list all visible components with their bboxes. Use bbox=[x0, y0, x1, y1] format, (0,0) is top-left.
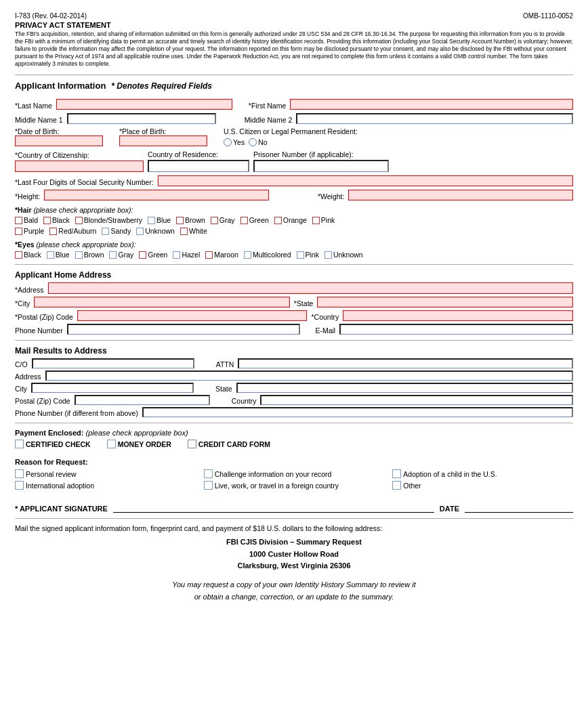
eyes-gray-checkbox[interactable] bbox=[109, 251, 117, 259]
money-order[interactable]: MONEY ORDER bbox=[107, 440, 171, 448]
eyes-hazel[interactable]: Hazel bbox=[173, 251, 200, 259]
eyes-multicolored-checkbox[interactable] bbox=[244, 251, 251, 259]
certified-check[interactable]: CERTIFIED CHECK bbox=[15, 440, 91, 448]
mail-city-input[interactable] bbox=[31, 383, 194, 393]
eyes-black[interactable]: Black bbox=[15, 251, 41, 259]
other-checkbox[interactable] bbox=[392, 481, 401, 490]
eyes-unknown-checkbox[interactable] bbox=[324, 251, 332, 259]
eyes-black-checkbox[interactable] bbox=[15, 251, 22, 259]
zip-input[interactable] bbox=[77, 310, 308, 321]
hair-black[interactable]: Black bbox=[43, 216, 70, 224]
ssn-input[interactable] bbox=[158, 175, 573, 186]
hair-green-checkbox[interactable] bbox=[240, 217, 248, 224]
email-input[interactable] bbox=[339, 324, 573, 335]
personal-review-checkbox[interactable] bbox=[15, 469, 24, 478]
mail-address-input[interactable] bbox=[45, 370, 573, 381]
certified-check-checkbox[interactable] bbox=[15, 440, 24, 448]
eyes-maroon[interactable]: Maroon bbox=[205, 251, 238, 259]
co-input[interactable] bbox=[32, 358, 194, 368]
hair-sandy[interactable]: Sandy bbox=[102, 227, 131, 235]
mail-country-input[interactable] bbox=[260, 395, 573, 405]
mail-zip-input[interactable] bbox=[75, 395, 210, 405]
hair-white-checkbox[interactable] bbox=[180, 228, 188, 235]
reason-adoption-us[interactable]: Adoption of a child in the U.S. bbox=[392, 469, 573, 478]
reason-challenge[interactable]: Challenge information on your record bbox=[204, 469, 385, 478]
hair-purple-checkbox[interactable] bbox=[15, 228, 22, 235]
hair-brown-checkbox[interactable] bbox=[176, 217, 184, 224]
hair-unknown-checkbox[interactable] bbox=[136, 228, 144, 235]
hair-green[interactable]: Green bbox=[240, 216, 269, 224]
hair-pink[interactable]: Pink bbox=[312, 216, 335, 224]
hair-bald[interactable]: Bald bbox=[15, 216, 38, 224]
hair-red-checkbox[interactable] bbox=[49, 228, 57, 235]
eyes-blue-checkbox[interactable] bbox=[47, 251, 54, 259]
first-name-input[interactable] bbox=[290, 99, 573, 110]
attn-input[interactable] bbox=[238, 358, 573, 368]
eyes-gray[interactable]: Gray bbox=[109, 251, 133, 259]
challenge-checkbox[interactable] bbox=[204, 469, 213, 478]
eyes-unknown[interactable]: Unknown bbox=[324, 251, 363, 259]
live-work-checkbox[interactable] bbox=[204, 481, 213, 490]
hair-black-checkbox[interactable] bbox=[43, 217, 51, 224]
hair-gray-checkbox[interactable] bbox=[211, 217, 218, 224]
blonde-checkbox[interactable] bbox=[75, 217, 83, 224]
last-name-input[interactable] bbox=[56, 99, 232, 110]
eyes-brown-checkbox[interactable] bbox=[75, 251, 83, 259]
eyes-hazel-checkbox[interactable] bbox=[173, 251, 180, 259]
eyes-pink-checkbox[interactable] bbox=[297, 251, 304, 259]
phone-input[interactable] bbox=[67, 324, 301, 335]
prisoner-input[interactable] bbox=[253, 160, 389, 172]
address-input[interactable] bbox=[48, 282, 573, 294]
country-input[interactable] bbox=[343, 310, 573, 321]
hair-blue[interactable]: Blue bbox=[148, 216, 171, 224]
reason-live-work[interactable]: Live, work, or travel in a foreign count… bbox=[204, 481, 385, 490]
eyes-multicolored[interactable]: Multicolored bbox=[244, 251, 291, 259]
height-input[interactable] bbox=[44, 190, 269, 200]
hair-blonde[interactable]: Blonde/Strawberry bbox=[75, 216, 142, 224]
mail-state-input[interactable] bbox=[236, 383, 573, 393]
credit-card[interactable]: CREDIT CARD FORM bbox=[188, 440, 270, 448]
date-line[interactable] bbox=[465, 502, 573, 513]
country-citizenship-input[interactable] bbox=[15, 161, 144, 172]
signature-line[interactable] bbox=[113, 502, 434, 513]
eyes-green-checkbox[interactable] bbox=[139, 251, 146, 259]
hair-orange-checkbox[interactable] bbox=[274, 217, 282, 224]
yes-radio-circle[interactable] bbox=[224, 138, 232, 146]
no-radio-circle[interactable] bbox=[249, 138, 257, 146]
hair-orange[interactable]: Orange bbox=[274, 216, 307, 224]
citizen-no-radio[interactable]: No bbox=[249, 138, 267, 146]
city-input[interactable] bbox=[34, 297, 290, 307]
eyes-blue[interactable]: Blue bbox=[47, 251, 70, 259]
height-weight-row: *Height: *Weight: bbox=[15, 190, 573, 200]
hair-gray[interactable]: Gray bbox=[211, 216, 235, 224]
mail-phone-input[interactable] bbox=[142, 407, 573, 417]
reason-personal[interactable]: Personal review bbox=[15, 469, 196, 478]
eyes-pink[interactable]: Pink bbox=[297, 251, 319, 259]
pob-input[interactable] bbox=[119, 135, 207, 146]
hair-brown[interactable]: Brown bbox=[176, 216, 205, 224]
hair-sandy-checkbox[interactable] bbox=[102, 228, 109, 235]
hair-red[interactable]: Red/Auburn bbox=[49, 227, 96, 235]
dob-input[interactable] bbox=[15, 135, 103, 146]
hair-white[interactable]: White bbox=[180, 227, 207, 235]
intl-adoption-checkbox[interactable] bbox=[15, 481, 24, 490]
bald-checkbox[interactable] bbox=[15, 217, 22, 224]
country-residence-input[interactable] bbox=[148, 160, 249, 172]
state-input[interactable] bbox=[317, 297, 573, 307]
eyes-brown[interactable]: Brown bbox=[75, 251, 104, 259]
hair-purple[interactable]: Purple bbox=[15, 227, 44, 235]
weight-input[interactable] bbox=[348, 190, 573, 200]
citizen-yes-radio[interactable]: Yes bbox=[224, 138, 245, 146]
eyes-green[interactable]: Green bbox=[139, 251, 167, 259]
reason-other[interactable]: Other bbox=[392, 481, 573, 490]
middle-name1-input[interactable] bbox=[67, 113, 216, 124]
eyes-maroon-checkbox[interactable] bbox=[205, 251, 213, 259]
adoption-us-checkbox[interactable] bbox=[392, 469, 401, 478]
middle-name2-input[interactable] bbox=[296, 113, 573, 124]
reason-intl-adoption[interactable]: International adoption bbox=[15, 481, 196, 490]
credit-card-checkbox[interactable] bbox=[188, 440, 196, 448]
hair-unknown[interactable]: Unknown bbox=[136, 227, 175, 235]
hair-pink-checkbox[interactable] bbox=[312, 217, 320, 224]
money-order-checkbox[interactable] bbox=[107, 440, 116, 448]
hair-blue-checkbox[interactable] bbox=[148, 217, 155, 224]
